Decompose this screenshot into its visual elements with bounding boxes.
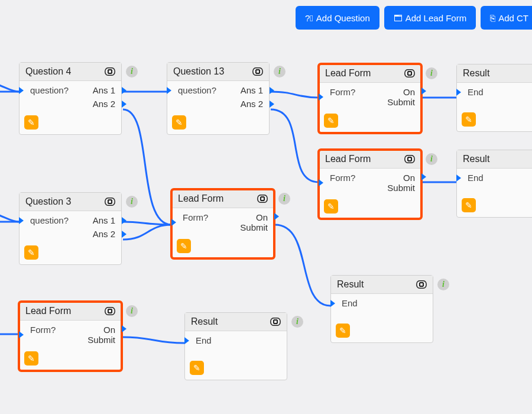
node-row: Ans 2: [167, 97, 269, 111]
output-port[interactable]: [421, 88, 426, 95]
info-icon[interactable]: i: [291, 316, 303, 328]
input-port[interactable]: [19, 217, 24, 224]
eye-icon[interactable]: [105, 198, 115, 206]
node-header[interactable]: Lead Form: [319, 64, 421, 83]
node-title: Lead Form: [325, 68, 371, 79]
node-header[interactable]: Question 4: [20, 63, 121, 81]
info-icon[interactable]: i: [126, 305, 138, 317]
output-port[interactable]: [421, 173, 426, 180]
node-title: Lead Form: [178, 193, 223, 204]
edit-icon[interactable]: ✎: [24, 115, 38, 130]
node-title: Question 3: [25, 196, 71, 207]
node-header[interactable]: Lead Form: [172, 190, 274, 208]
node-body: Form? On Submit: [172, 208, 274, 237]
edit-icon[interactable]: ✎: [190, 361, 204, 375]
node-header[interactable]: Question 13: [167, 63, 269, 81]
output-port[interactable]: [270, 101, 274, 108]
eye-icon[interactable]: [105, 67, 115, 76]
node-footer: ✎: [20, 243, 121, 264]
prompt-label: question?: [30, 85, 93, 95]
eye-icon[interactable]: [416, 280, 427, 289]
input-port[interactable]: [171, 219, 176, 226]
eye-icon[interactable]: [270, 318, 281, 326]
node-lead-form-3[interactable]: Lead Form Form? On Submit ✎ i: [171, 189, 274, 258]
eye-icon[interactable]: [404, 69, 415, 77]
node-row: Form? On Submit: [319, 171, 421, 195]
node-lead-form-4[interactable]: Lead Form Form? On Submit ✎ i: [19, 302, 122, 371]
eye-icon[interactable]: [257, 195, 268, 203]
info-icon[interactable]: i: [426, 153, 437, 165]
node-footer: ✎: [319, 197, 421, 218]
info-icon[interactable]: i: [126, 66, 138, 77]
node-row: Form? On Submit: [172, 211, 274, 234]
input-port[interactable]: [19, 87, 24, 94]
edit-icon[interactable]: ✎: [172, 115, 186, 130]
input-port[interactable]: [319, 179, 323, 186]
input-port[interactable]: [19, 331, 24, 338]
output-port[interactable]: [274, 213, 279, 220]
node-title: Question 13: [173, 66, 224, 77]
edit-icon[interactable]: ✎: [24, 351, 38, 366]
node-lead-form-2[interactable]: Lead Form Form? On Submit ✎ i: [319, 150, 421, 219]
info-icon[interactable]: i: [437, 279, 449, 290]
input-port[interactable]: [456, 89, 461, 96]
node-row: Form? On Submit: [20, 323, 121, 347]
output-port[interactable]: [122, 231, 126, 238]
node-lead-form-1[interactable]: Lead Form Form? On Submit ✎ i: [319, 64, 421, 133]
node-row: Ans 2: [20, 227, 121, 241]
prompt-label: Form?: [30, 325, 87, 335]
edit-icon[interactable]: ✎: [462, 112, 476, 127]
node-result-3[interactable]: Result End ✎ i: [330, 275, 433, 343]
node-body: Form? On Submit: [20, 321, 121, 349]
eye-icon[interactable]: [252, 67, 263, 76]
output-port[interactable]: [122, 101, 126, 108]
edit-icon[interactable]: ✎: [324, 114, 338, 128]
info-icon[interactable]: i: [426, 67, 437, 79]
input-port[interactable]: [167, 87, 171, 94]
node-row: question? Ans 1: [20, 214, 121, 227]
info-icon[interactable]: i: [278, 193, 290, 205]
node-question-3[interactable]: Question 3 question? Ans 1 Ans 2 ✎ i: [19, 192, 122, 265]
output-port[interactable]: [122, 325, 126, 332]
edit-icon[interactable]: ✎: [324, 199, 338, 214]
node-row: End: [457, 85, 532, 99]
node-body: question? Ans 1 Ans 2: [20, 211, 121, 243]
output-label: On Submit: [387, 173, 415, 193]
node-body: Form? On Submit: [319, 169, 421, 197]
prompt-label: question?: [30, 215, 93, 225]
node-result-4[interactable]: Result End ✎ i: [184, 312, 287, 380]
prompt-label: Form?: [183, 212, 240, 222]
node-result-2[interactable]: Result End ✎: [456, 150, 532, 218]
edit-icon[interactable]: ✎: [336, 324, 350, 338]
node-header[interactable]: Result: [457, 64, 532, 83]
node-header[interactable]: Lead Form: [319, 150, 421, 169]
node-row: End: [185, 334, 287, 347]
prompt-label: Form?: [330, 173, 387, 183]
output-port[interactable]: [122, 217, 126, 224]
output-port[interactable]: [270, 87, 274, 94]
info-icon[interactable]: i: [126, 196, 138, 208]
node-header[interactable]: Question 3: [20, 193, 121, 211]
info-icon[interactable]: i: [274, 66, 286, 77]
input-port[interactable]: [184, 337, 189, 344]
node-title: Result: [463, 154, 489, 164]
node-question-4[interactable]: Question 4 question? Ans 1 Ans 2 ✎ i: [19, 62, 122, 135]
edit-icon[interactable]: ✎: [177, 239, 191, 253]
output-port[interactable]: [122, 87, 126, 94]
node-header[interactable]: Lead Form: [20, 302, 121, 321]
edit-icon[interactable]: ✎: [462, 198, 476, 212]
node-header[interactable]: Result: [457, 150, 532, 169]
node-row: End: [457, 171, 532, 185]
input-port[interactable]: [456, 174, 461, 182]
eye-icon[interactable]: [404, 155, 415, 163]
node-question-13[interactable]: Question 13 question? Ans 1 Ans 2 ✎ i: [167, 62, 270, 135]
node-result-1[interactable]: Result End ✎: [456, 64, 532, 132]
end-label: End: [468, 173, 532, 183]
canvas[interactable]: Question 4 question? Ans 1 Ans 2 ✎ i Que…: [0, 0, 532, 414]
input-port[interactable]: [330, 300, 335, 307]
eye-icon[interactable]: [105, 307, 115, 315]
input-port[interactable]: [319, 93, 323, 101]
node-header[interactable]: Result: [331, 276, 433, 294]
node-header[interactable]: Result: [185, 313, 287, 331]
edit-icon[interactable]: ✎: [24, 245, 38, 260]
